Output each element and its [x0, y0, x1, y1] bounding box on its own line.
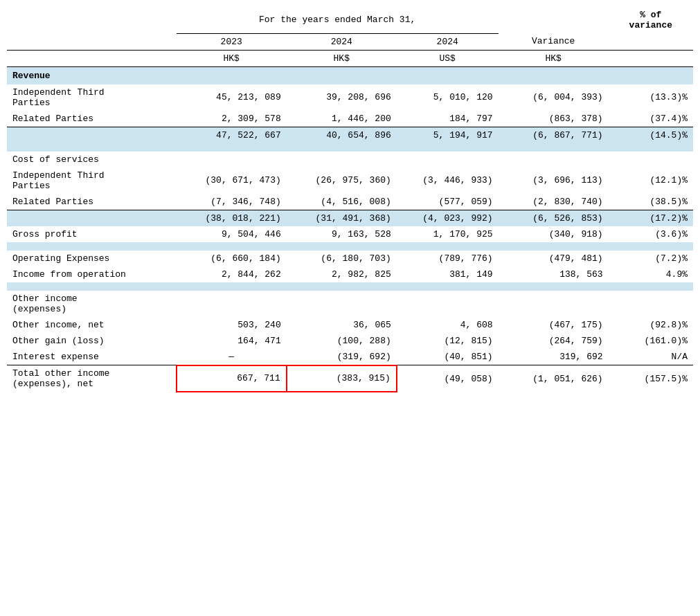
row-label	[7, 210, 177, 226]
val-2024us	[397, 152, 499, 167]
val-2024us: (40, 851)	[397, 349, 499, 365]
val-pct: (12.1)%	[609, 167, 693, 194]
row-label	[7, 127, 177, 143]
val-2023: 9, 504, 446	[177, 226, 287, 242]
val-2023: 667, 711	[177, 365, 287, 392]
row-label: Cost of services	[7, 152, 177, 167]
val-2024hk: (383, 915)	[287, 365, 397, 392]
val-2023: (7, 346, 748)	[177, 194, 287, 210]
val-2024us: 5, 010, 120	[397, 84, 499, 111]
val-variance: (1, 051, 626)	[499, 365, 609, 392]
val-pct: (161.0)%	[609, 333, 693, 349]
header-currency-2024hk: HK$	[287, 50, 397, 66]
table-row: Total other income (expenses), net667, 7…	[7, 365, 693, 392]
section-header-label: Revenue	[7, 66, 693, 84]
val-2023: 164, 471	[177, 333, 287, 349]
val-2023: 2, 844, 262	[177, 266, 287, 282]
val-2023: 2, 309, 578	[177, 111, 287, 127]
val-2024us: (12, 815)	[397, 333, 499, 349]
table-row: Income from operation2, 844, 2622, 982, …	[7, 266, 693, 282]
val-2024hk: 39, 208, 696	[287, 84, 397, 111]
val-2023	[177, 152, 287, 167]
val-pct: (13.3)%	[609, 84, 693, 111]
header-2024hk: 2024	[287, 33, 397, 50]
spacer-cell	[7, 143, 693, 152]
val-2024us: (789, 776)	[397, 251, 499, 266]
val-pct: (92.8)%	[609, 317, 693, 333]
row-label: Income from operation	[7, 266, 177, 282]
val-variance: (2, 830, 740)	[499, 194, 609, 210]
row-label: Other income (expenses)	[7, 291, 177, 317]
val-2024hk	[287, 291, 397, 317]
val-2024us: (49, 058)	[397, 365, 499, 392]
table-row: Interest expense—(319, 692)(40, 851)319,…	[7, 349, 693, 365]
val-2024us	[397, 291, 499, 317]
table-row: Gross profit9, 504, 4469, 163, 5281, 170…	[7, 226, 693, 242]
val-variance: (264, 759)	[499, 333, 609, 349]
val-2024hk: (6, 180, 703)	[287, 251, 397, 266]
val-pct: (14.5)%	[609, 127, 693, 143]
row-label: Other gain (loss)	[7, 333, 177, 349]
val-2023: (30, 671, 473)	[177, 167, 287, 194]
val-pct: (17.2)%	[609, 210, 693, 226]
val-2023: 503, 240	[177, 317, 287, 333]
header-top-row: For the years ended March 31, % ofvarian…	[7, 7, 693, 33]
val-variance: (863, 378)	[499, 111, 609, 127]
row-label: Related Parties	[7, 194, 177, 210]
val-2024us: (4, 023, 992)	[397, 210, 499, 226]
header-currency-pct	[609, 50, 693, 66]
header-currency-variance: HK$	[499, 50, 609, 66]
val-2023: —	[177, 349, 287, 365]
val-2024hk: 36, 065	[287, 317, 397, 333]
val-2024hk: (31, 491, 368)	[287, 210, 397, 226]
header-year-row: 2023 2024 2024 Variance	[7, 33, 693, 50]
table-row: (38, 018, 221)(31, 491, 368)(4, 023, 992…	[7, 210, 693, 226]
val-2023: (38, 018, 221)	[177, 210, 287, 226]
val-variance: 138, 563	[499, 266, 609, 282]
header-pct-empty	[609, 33, 693, 50]
header-group-label: For the years ended March 31,	[177, 7, 499, 33]
row-label: Operating Expenses	[7, 251, 177, 266]
val-variance: 319, 692	[499, 349, 609, 365]
val-pct: N/A	[609, 349, 693, 365]
table-row	[7, 143, 693, 152]
val-2023	[177, 291, 287, 317]
val-2024us: 5, 194, 917	[397, 127, 499, 143]
table-row: Revenue	[7, 66, 693, 84]
val-variance: (467, 175)	[499, 317, 609, 333]
table-row: Operating Expenses(6, 660, 184)(6, 180, …	[7, 251, 693, 266]
val-pct	[609, 152, 693, 167]
val-pct: (7.2)%	[609, 251, 693, 266]
header-currency-2024us: US$	[397, 50, 499, 66]
header-label-empty	[7, 33, 177, 50]
val-2024hk: (26, 975, 360)	[287, 167, 397, 194]
spacer-cell	[7, 242, 693, 251]
table-row: Related Parties2, 309, 5781, 446, 200184…	[7, 111, 693, 127]
val-2024hk: 2, 982, 825	[287, 266, 397, 282]
table-row: Independent Third Parties(30, 671, 473)(…	[7, 167, 693, 194]
val-pct: 4.9%	[609, 266, 693, 282]
val-2024us: 381, 149	[397, 266, 499, 282]
val-pct: (157.5)%	[609, 365, 693, 392]
val-2024hk: (319, 692)	[287, 349, 397, 365]
val-variance: (6, 004, 393)	[499, 84, 609, 111]
val-2024hk: 40, 654, 896	[287, 127, 397, 143]
spacer-cell	[7, 282, 693, 291]
row-label: Interest expense	[7, 349, 177, 365]
header-currency-empty	[7, 50, 177, 66]
val-pct: (37.4)%	[609, 111, 693, 127]
val-2024hk: (4, 516, 008)	[287, 194, 397, 210]
table-row: Independent Third Parties45, 213, 08939,…	[7, 84, 693, 111]
val-variance: (340, 918)	[499, 226, 609, 242]
table-row	[7, 242, 693, 251]
val-variance: (479, 481)	[499, 251, 609, 266]
val-variance: (6, 867, 771)	[499, 127, 609, 143]
val-2023: 47, 522, 667	[177, 127, 287, 143]
val-pct: (3.6)%	[609, 226, 693, 242]
table-row: Other gain (loss)164, 471(100, 288)(12, …	[7, 333, 693, 349]
val-variance	[499, 152, 609, 167]
header-currency-row: HK$ HK$ US$ HK$	[7, 50, 693, 66]
row-label: Total other income (expenses), net	[7, 365, 177, 392]
table-row: Cost of services	[7, 152, 693, 167]
row-label: Gross profit	[7, 226, 177, 242]
